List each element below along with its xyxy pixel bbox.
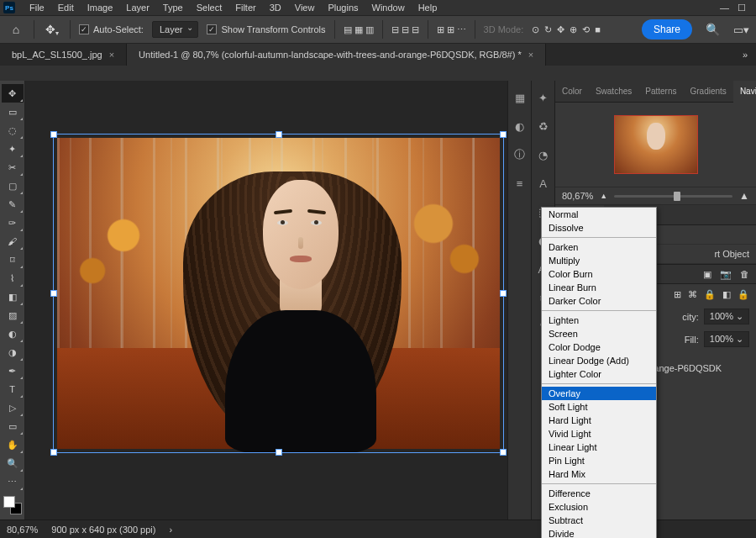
transform-handle[interactable] <box>50 290 57 297</box>
menu-type[interactable]: Type <box>157 1 189 14</box>
document-tab[interactable]: bpL_AC_SL1500_.jpg× <box>0 44 127 66</box>
panel-icon[interactable]: ≡ <box>512 175 528 192</box>
move-tool[interactable]: ✥ <box>2 84 24 103</box>
opacity-value[interactable]: 100% ⌄ <box>704 309 749 324</box>
frame-tool[interactable]: ▢ <box>2 177 24 195</box>
zoom-tool[interactable]: 🔍 <box>2 454 24 472</box>
lasso-tool[interactable]: ◌ <box>2 121 24 140</box>
panel-icon[interactable]: ◔ <box>535 146 552 163</box>
blend-mode-option[interactable]: Linear Light <box>542 440 656 454</box>
transform-handle[interactable] <box>50 131 57 138</box>
auto-select-checkbox[interactable]: ✓Auto-Select: <box>79 24 144 34</box>
blend-mode-option[interactable]: Color Dodge <box>542 340 656 354</box>
panel-icon[interactable]: ◐ <box>512 118 528 134</box>
home-icon[interactable]: ⌂ <box>7 20 25 39</box>
align-icons[interactable]: ▤▦▥ <box>344 24 374 35</box>
fill-icon[interactable]: ◧ <box>722 289 731 300</box>
blend-mode-option[interactable]: Divide <box>542 527 656 538</box>
transform-handle[interactable] <box>500 449 507 456</box>
panel-tab-gradients[interactable]: Gradients <box>684 81 733 103</box>
lock-icon[interactable]: 🔒 <box>704 289 716 300</box>
menu-layer[interactable]: Layer <box>120 1 155 14</box>
blur-tool[interactable]: ◐ <box>2 324 24 343</box>
magic-wand-tool[interactable]: ✦ <box>2 140 24 158</box>
blend-mode-option[interactable]: Subtract <box>542 514 656 527</box>
panel-icon[interactable]: ▦ <box>512 89 528 106</box>
zoom-in-icon[interactable]: ▲ <box>739 190 749 202</box>
stamp-tool[interactable]: ⌑ <box>2 251 24 269</box>
history-brush-tool[interactable]: ⌇ <box>2 269 24 287</box>
menu-plugins[interactable]: Plugins <box>322 1 364 14</box>
menu-file[interactable]: File <box>24 1 50 14</box>
transform-handle[interactable] <box>500 290 507 297</box>
color-swatches[interactable] <box>3 496 22 514</box>
navigator-preview[interactable] <box>555 103 756 187</box>
brush-tool[interactable]: 🖌 <box>2 232 24 251</box>
menu-view[interactable]: View <box>289 1 321 14</box>
blend-mode-option[interactable]: Screen <box>542 327 656 340</box>
close-icon[interactable]: × <box>528 50 533 60</box>
document-tab[interactable]: Untitled-1 @ 80,7% (colorful-autumn-land… <box>127 44 546 66</box>
menu-edit[interactable]: Edit <box>52 1 80 14</box>
expand-tabs-icon[interactable]: » <box>743 50 744 60</box>
panel-tab-color[interactable]: Color <box>555 81 589 103</box>
blend-mode-option[interactable]: Vivid Light <box>542 427 656 440</box>
show-transform-checkbox[interactable]: ✓Show Transform Controls <box>207 24 325 34</box>
blend-mode-option[interactable]: Color Burn <box>542 267 656 281</box>
canvas-area[interactable] <box>25 81 507 520</box>
filter-layers-icon[interactable]: ⊞ <box>674 289 681 300</box>
blend-mode-option[interactable]: Soft Light <box>542 400 656 414</box>
link-icon[interactable]: ⌘ <box>688 289 697 300</box>
marquee-tool[interactable]: ▭ <box>2 103 24 121</box>
blend-mode-option[interactable]: Linear Dodge (Add) <box>542 354 656 367</box>
document-canvas[interactable] <box>57 138 500 449</box>
menu-help[interactable]: Help <box>412 1 444 14</box>
shape-tool[interactable]: ▭ <box>2 417 24 435</box>
blend-mode-option[interactable]: Exclusion <box>542 500 656 514</box>
status-caret-icon[interactable]: › <box>169 525 172 535</box>
menu-3d[interactable]: 3D <box>264 1 287 14</box>
distribute-icons[interactable]: ⊟⊟⊟ <box>391 24 419 35</box>
workspace-switcher-icon[interactable]: ▭▾ <box>733 24 749 36</box>
panel-icon[interactable]: ♻ <box>535 118 552 134</box>
share-button[interactable]: Share <box>642 19 692 40</box>
type-tool[interactable]: T <box>2 380 24 398</box>
gradient-tool[interactable]: ▨ <box>2 306 24 324</box>
distribute-spacing-icons[interactable]: ⊞⊞⋯ <box>437 24 466 35</box>
blend-mode-option[interactable]: Multiply <box>542 254 656 267</box>
close-icon[interactable]: × <box>109 50 114 60</box>
panel-tab-swatches[interactable]: Swatches <box>589 81 638 103</box>
blend-mode-option[interactable]: Pin Light <box>542 454 656 467</box>
menu-filter[interactable]: Filter <box>229 1 261 14</box>
search-icon[interactable]: 🔍 <box>706 23 720 36</box>
zoom-out-icon[interactable]: ▲ <box>600 192 607 200</box>
blend-mode-option[interactable]: Overlay <box>542 387 656 400</box>
transform-handle[interactable] <box>500 131 507 138</box>
blend-mode-dropdown[interactable]: NormalDissolveDarkenMultiplyColor BurnLi… <box>541 207 657 538</box>
edit-toolbar[interactable]: ⋯ <box>2 472 24 491</box>
navigator-zoom-value[interactable]: 80,67% <box>562 191 593 201</box>
menu-window[interactable]: Window <box>366 1 411 14</box>
auto-select-target-dropdown[interactable]: Layer <box>152 21 199 38</box>
healing-tool[interactable]: ✑ <box>2 214 24 232</box>
blend-mode-option[interactable]: Normal <box>542 208 656 221</box>
panel-icon[interactable]: A <box>535 175 552 192</box>
path-tool[interactable]: ▷ <box>2 398 24 417</box>
menu-select[interactable]: Select <box>191 1 228 14</box>
eyedropper-tool[interactable]: ✎ <box>2 195 24 214</box>
blend-mode-option[interactable]: Difference <box>542 487 656 500</box>
snapshot-icon[interactable]: ▣ <box>703 269 711 280</box>
transform-handle[interactable] <box>276 131 282 138</box>
camera-icon[interactable]: 📷 <box>720 269 732 280</box>
panel-icon[interactable]: ⓘ <box>512 146 528 163</box>
move-tool-icon[interactable]: ✥▾ <box>43 20 61 39</box>
pen-tool[interactable]: ✒ <box>2 361 24 380</box>
trash-icon[interactable]: 🗑 <box>740 269 749 279</box>
eraser-tool[interactable]: ◧ <box>2 287 24 306</box>
zoom-slider[interactable] <box>614 195 732 198</box>
transform-handle[interactable] <box>50 449 57 456</box>
fill-value[interactable]: 100% ⌄ <box>704 331 749 347</box>
blend-mode-option[interactable]: Darker Color <box>542 294 656 308</box>
blend-mode-option[interactable]: Darken <box>542 240 656 254</box>
dodge-tool[interactable]: ◑ <box>2 343 24 361</box>
